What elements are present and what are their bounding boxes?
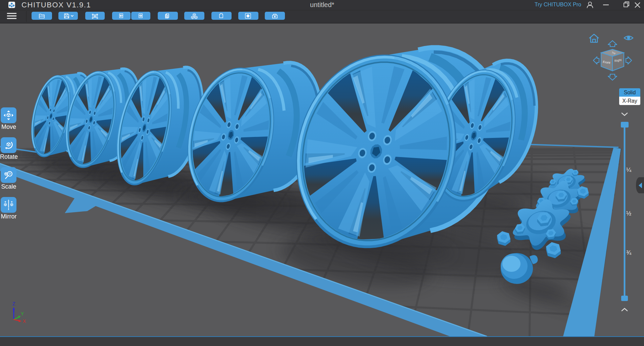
svg-text:X: X [23,318,26,324]
svg-text:Try CHITUBOX Pro: Try CHITUBOX Pro [535,2,581,7]
svg-text:Y: Y [21,311,24,316]
svg-text:untitled*: untitled* [310,1,334,8]
svg-text:Front: Front [603,60,611,64]
svg-text:CHITUBOX V1.9.1: CHITUBOX V1.9.1 [21,1,91,9]
